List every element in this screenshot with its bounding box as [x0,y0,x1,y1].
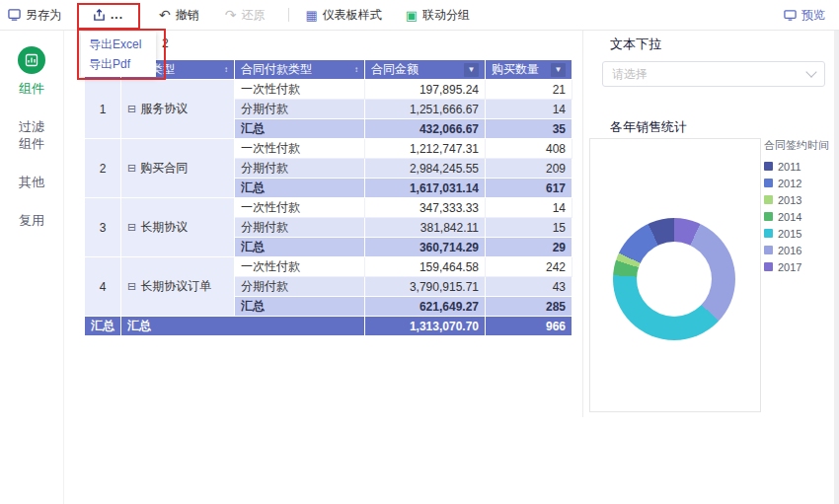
payment-cell: 分期付款 [235,100,365,119]
legend-swatch [764,246,773,254]
sidebar-item-filter-components[interactable]: 过滤组件 [16,108,47,163]
payment-cell: 分期付款 [235,218,365,238]
window-edge [834,31,839,504]
payment-cell: 汇总 [235,179,365,198]
dashboard-style-icon: ▦ [305,9,317,22]
header-amount-label: 合同金额 [371,61,419,78]
select-placeholder: 请选择 [612,66,648,83]
collapse-icon[interactable]: ⊟ [127,280,136,292]
qty-cell: 408 [486,139,572,159]
index-cell: 3 [85,198,121,257]
total-index-cell: 汇总 [85,317,121,336]
dashboard-designer: 另存为 ... ↶ 撤销 ↷ 还原 ▦ 仪表板样式 ▣ 联动分组 [0,0,839,504]
legend-label: 2016 [778,245,801,256]
redo-button[interactable]: ↷ 还原 [225,7,266,24]
collapse-icon[interactable]: ⊟ [127,221,136,233]
linkage-group-button[interactable]: ▣ 联动分组 [406,7,470,24]
linkage-group-icon: ▣ [406,9,418,22]
export-pdf-menu-item[interactable]: 导出Pdf [81,54,156,74]
legend-title: 合同签约时间 [764,138,839,153]
group-cell: ⊟长期协议订单 [121,257,235,317]
filter-widget-title: 文本下拉 [610,36,661,53]
collapse-icon[interactable]: ⊟ [127,162,136,174]
legend-label: 2014 [778,211,801,223]
payment-cell: 汇总 [235,119,365,139]
legend-label: 2011 [778,161,801,173]
amount-cell: 197,895.24 [365,80,486,100]
donut-hole [637,242,712,317]
legend-item[interactable]: 2012 [764,176,839,190]
chart-widget-title: 各年销售统计 [610,118,687,136]
donut-chart[interactable] [613,218,735,340]
legend-item[interactable]: 2014 [764,209,839,224]
contract-table: 合同类型↕ 合同付款类型↕ 合同金额▼ 购买数量▼ 1⊟服务协议一次性付款197… [84,59,572,336]
legend-label: 2013 [778,194,801,206]
header-qty-label: 购买数量 [492,61,539,78]
redo-icon: ↷ [225,8,237,22]
payment-cell: 一次性付款 [235,80,365,100]
header-amount[interactable]: 合同金额▼ [365,60,486,80]
table-row: 3⊟长期协议一次性付款347,333.3314 [85,198,572,218]
legend-label: 2015 [778,228,801,240]
table-total-row: 汇总汇总1,313,070.70966 [85,317,572,336]
stray-text: 2 [162,36,169,50]
group-cell: ⊟长期协议 [121,198,235,257]
export-excel-menu-item[interactable]: 导出Excel [81,35,156,54]
amount-cell: 432,066.67 [365,119,486,139]
sidebar-item-reuse[interactable]: 复用 [16,201,47,240]
undo-button[interactable]: ↶ 撤销 [159,7,199,24]
legend-item[interactable]: 2013 [764,192,839,207]
amount-cell: 381,842.11 [365,218,486,238]
collapse-icon[interactable]: ⊟ [127,103,136,114]
index-cell: 2 [85,139,121,198]
preview-icon [784,9,797,22]
save-as-button[interactable]: 另存为 [8,7,61,24]
column-dropdown-icon[interactable]: ▼ [551,63,566,77]
undo-label: 撤销 [176,7,199,24]
legend-item[interactable]: 2015 [764,226,839,241]
contract-table-widget: 合同类型↕ 合同付款类型↕ 合同金额▼ 购买数量▼ 1⊟服务协议一次性付款197… [84,59,572,336]
column-dropdown-icon[interactable]: ▼ [464,63,479,77]
table-row: 2⊟购买合同一次性付款1,212,747.31408 [85,139,572,159]
sort-filter-icon[interactable]: ↕ [224,65,228,74]
sidebar: 组件 过滤组件 其他 复用 [0,31,64,504]
panel-divider [582,31,583,417]
legend-swatch [764,262,773,271]
legend-item[interactable]: 2011 [764,159,839,174]
sort-filter-icon[interactable]: ↕ [354,65,358,74]
dashboard-style-label: 仪表板样式 [323,7,382,24]
amount-cell: 1,212,747.31 [365,139,486,159]
save-as-label: 另存为 [26,7,61,24]
qty-cell: 617 [486,179,572,198]
chart-legend: 合同签约时间 2011201220132014201520162017 [764,138,839,276]
dashboard-style-button[interactable]: ▦ 仪表板样式 [305,7,381,24]
table-row: 1⊟服务协议一次性付款197,895.2421 [85,80,572,100]
total-qty-cell: 966 [486,317,572,336]
report-icon[interactable] [18,46,45,74]
legend-item[interactable]: 2016 [764,243,839,257]
legend-label: 2012 [778,178,801,189]
text-dropdown-select[interactable]: 请选择 [602,61,825,87]
toolbar: 另存为 ... ↶ 撤销 ↷ 还原 ▦ 仪表板样式 ▣ 联动分组 [0,0,839,31]
amount-cell: 3,790,915.71 [365,277,486,297]
legend-label: 2017 [778,261,801,273]
payment-cell: 一次性付款 [235,198,365,218]
sidebar-item-other[interactable]: 其他 [16,163,47,201]
contract-table-body: 1⊟服务协议一次性付款197,895.2421分期付款1,251,666.671… [85,80,572,336]
index-cell: 1 [85,80,121,139]
chart-legend-items: 2011201220132014201520162017 [764,159,839,274]
export-button[interactable]: ... [93,8,123,22]
header-qty[interactable]: 购买数量▼ [486,60,572,80]
qty-cell: 43 [486,277,572,297]
table-header-row: 合同类型↕ 合同付款类型↕ 合同金额▼ 购买数量▼ [85,60,572,80]
qty-cell: 14 [486,198,572,218]
chart-container [589,138,761,412]
header-payment-type[interactable]: 合同付款类型↕ [235,60,365,80]
preview-button[interactable]: 预览 [784,7,825,24]
legend-item[interactable]: 2017 [764,259,839,274]
sidebar-item-components[interactable]: 组件 [16,78,47,108]
payment-cell: 分期付款 [235,277,365,297]
payment-cell: 一次性付款 [235,257,365,277]
header-payment-type-label: 合同付款类型 [241,61,312,78]
payment-cell: 一次性付款 [235,139,365,159]
